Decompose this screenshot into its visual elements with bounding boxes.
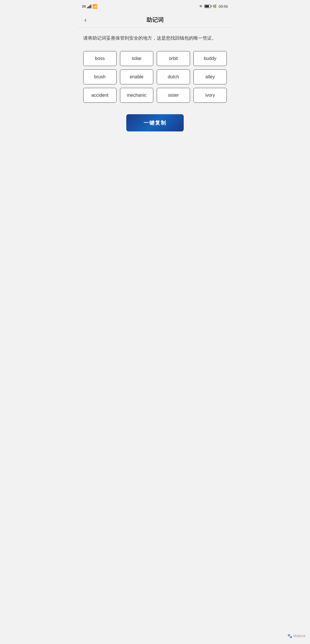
mnemonic-word-6[interactable]: enable xyxy=(120,69,153,84)
header: ‹ 助记词 xyxy=(78,13,232,28)
page-title: 助记词 xyxy=(146,16,164,24)
copy-all-button[interactable]: 一键复制 xyxy=(126,114,184,131)
copy-button-container: 一键复制 xyxy=(83,114,227,131)
description-text: 请将助记词妥善保管到安全的地方，这是您找回钱包的唯一凭证。 xyxy=(83,34,227,42)
main-content: 请将助记词妥善保管到安全的地方，这是您找回钱包的唯一凭证。 bosssolaro… xyxy=(78,28,232,138)
mnemonic-grid: bosssolarorbitbuddybrushenabledutchalley… xyxy=(83,51,227,103)
status-left: 2G 📶 xyxy=(82,4,97,9)
battery-icon xyxy=(204,5,211,8)
mnemonic-word-2[interactable]: solar xyxy=(120,51,153,66)
mnemonic-word-10[interactable]: mechanic xyxy=(120,88,153,103)
leaf-icon: 🌿 xyxy=(212,4,217,8)
mnemonic-word-7[interactable]: dutch xyxy=(157,69,190,84)
wifi-icon: 📶 xyxy=(92,4,97,9)
mnemonic-word-1[interactable]: boss xyxy=(83,51,117,66)
signal-2g-icon: 2G xyxy=(82,5,86,8)
mnemonic-word-8[interactable]: alley xyxy=(193,69,227,84)
back-button[interactable]: ‹ xyxy=(82,15,89,25)
mnemonic-word-5[interactable]: brush xyxy=(83,69,117,84)
mnemonic-word-9[interactable]: accident xyxy=(83,88,117,103)
mnemonic-word-11[interactable]: sister xyxy=(157,88,190,103)
signal-strength-icon xyxy=(87,4,91,8)
mnemonic-word-12[interactable]: ivory xyxy=(193,88,227,103)
status-bar: 2G 📶 👁 🌿 09:56 xyxy=(78,0,232,13)
eye-icon: 👁 xyxy=(199,4,203,8)
status-right: 👁 🌿 09:56 xyxy=(199,4,228,9)
time-display: 09:56 xyxy=(218,4,228,9)
mnemonic-word-3[interactable]: orbit xyxy=(157,51,190,66)
mnemonic-word-4[interactable]: buddy xyxy=(193,51,227,66)
